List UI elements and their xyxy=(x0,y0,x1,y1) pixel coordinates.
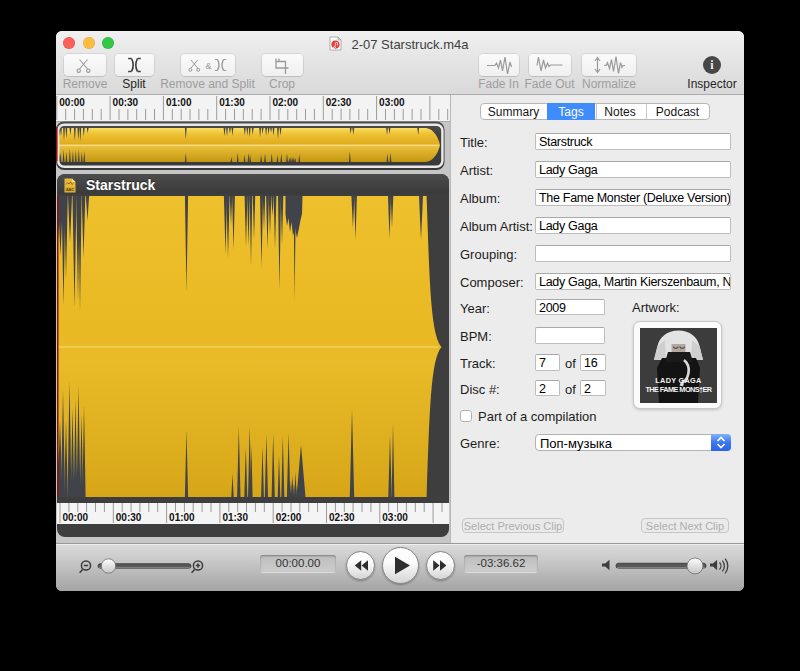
svg-text:02:30: 02:30 xyxy=(329,512,355,523)
svg-text:AAC: AAC xyxy=(66,188,74,192)
svg-text:01:00: 01:00 xyxy=(169,512,195,523)
svg-text:00:00: 00:00 xyxy=(63,512,89,523)
svg-text:03:00: 03:00 xyxy=(382,512,408,523)
svg-text:01:30: 01:30 xyxy=(222,512,248,523)
svg-text:00:30: 00:30 xyxy=(116,512,142,523)
svg-text:02:00: 02:00 xyxy=(276,512,302,523)
svg-text:&: & xyxy=(205,61,211,71)
svg-text:THE FAME MONS†ER: THE FAME MONS†ER xyxy=(645,385,712,394)
